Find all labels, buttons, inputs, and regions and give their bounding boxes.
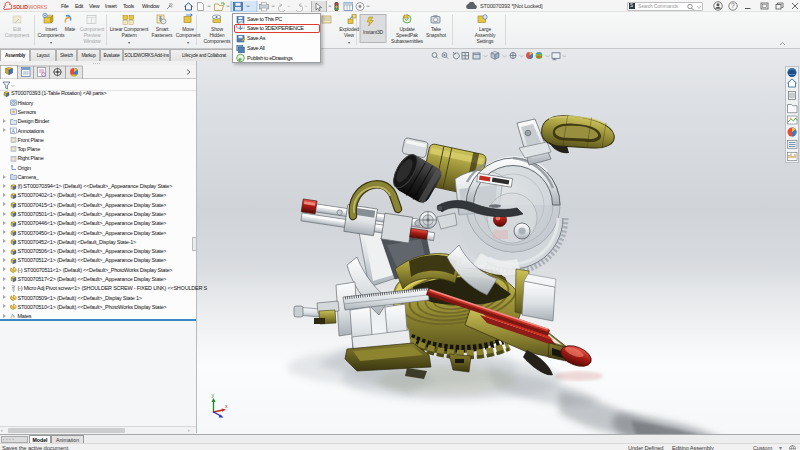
svg-text:y: y <box>212 392 215 398</box>
svg-text:SOLID: SOLID <box>13 4 28 10</box>
svg-text:WORKS: WORKS <box>29 4 48 10</box>
svg-text:x: x <box>225 403 228 409</box>
svg-text:?: ? <box>731 2 735 9</box>
